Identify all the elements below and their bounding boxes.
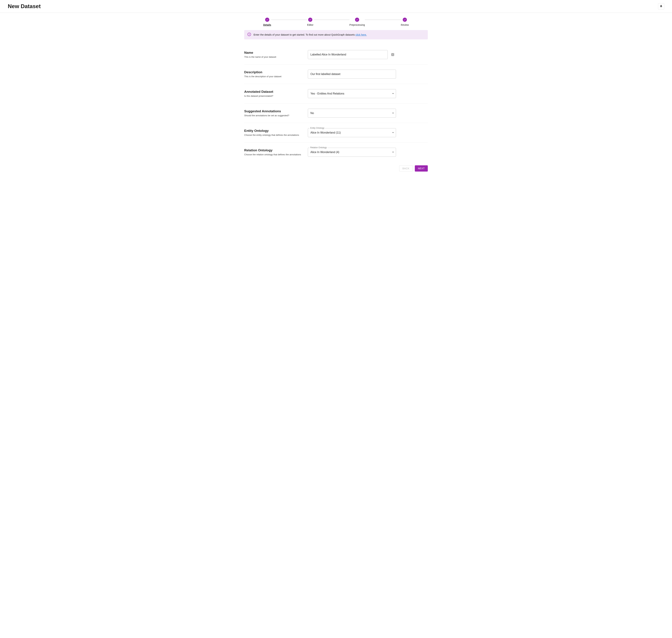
field-title: Name: [244, 51, 308, 55]
bell-icon: [659, 4, 663, 8]
info-text: Enter the details of your dataset to get…: [253, 33, 367, 36]
step-label: Editor: [307, 23, 313, 26]
step-label: Preprocessing: [349, 23, 365, 26]
annotated-select[interactable]: Yes - Entities And Relations: [308, 89, 396, 98]
field-suggested: Suggested Annotations Should the annotat…: [244, 103, 428, 123]
svg-point-4: [392, 54, 392, 54]
randomize-button[interactable]: [391, 53, 395, 56]
field-title: Entity Ontology: [244, 129, 308, 133]
suggested-select[interactable]: No: [308, 109, 396, 118]
field-desc: Should the annotations be set as suggest…: [244, 114, 308, 117]
name-input[interactable]: [308, 50, 388, 59]
step-label: Details: [263, 23, 271, 26]
field-annotated: Annotated Dataset Is this dataset preann…: [244, 84, 428, 103]
field-name: Name This is the name of your dataset: [244, 45, 428, 64]
select-value: Alice In Wonderland (4): [308, 148, 396, 157]
info-icon: [247, 33, 251, 37]
float-label: Entity Ontology: [310, 127, 325, 129]
step-label: Review: [401, 23, 409, 26]
field-description: Description This is the description of y…: [244, 64, 428, 84]
check-icon: [355, 18, 359, 22]
chevron-down-icon: [392, 113, 394, 114]
info-link[interactable]: click here.: [356, 33, 367, 36]
field-desc: Choose the relation ontology that define…: [244, 153, 308, 156]
next-button[interactable]: Next: [415, 165, 428, 171]
field-title: Relation Ontology: [244, 148, 308, 152]
field-relation-ontology: Relation Ontology Choose the relation on…: [244, 142, 428, 162]
chevron-down-icon: [392, 152, 394, 153]
footer-actions: Back Next: [244, 162, 428, 171]
field-desc: This is the name of your dataset: [244, 56, 308, 58]
description-input[interactable]: [308, 70, 396, 79]
entity-ontology-select[interactable]: Entity Ontology Alice In Wonderland (11): [308, 128, 396, 137]
notifications-button[interactable]: [658, 3, 664, 10]
select-value: Yes - Entities And Relations: [308, 89, 396, 98]
step-editor[interactable]: Editor: [307, 18, 313, 26]
dice-icon: [391, 54, 395, 57]
info-text-body: Enter the details of your dataset to get…: [253, 33, 356, 36]
select-value: Alice In Wonderland (11): [308, 128, 396, 137]
field-title: Description: [244, 70, 308, 74]
step-details[interactable]: Details: [263, 18, 271, 26]
check-icon: [265, 18, 269, 22]
svg-point-8: [393, 55, 394, 55]
relation-ontology-select[interactable]: Relation Ontology Alice In Wonderland (4…: [308, 148, 396, 157]
field-title: Annotated Dataset: [244, 90, 308, 94]
check-icon: [403, 18, 407, 22]
page-title: New Dataset: [8, 3, 40, 10]
select-value: No: [308, 109, 396, 118]
step-review[interactable]: Review: [401, 18, 409, 26]
field-entity-ontology: Entity Ontology Choose the entity ontolo…: [244, 123, 428, 142]
svg-point-7: [392, 55, 392, 55]
float-label: Relation Ontology: [310, 146, 327, 149]
svg-point-6: [392, 54, 393, 55]
chevron-down-icon: [392, 132, 394, 133]
back-button[interactable]: Back: [399, 165, 413, 171]
check-icon: [308, 18, 312, 22]
chevron-down-icon: [392, 93, 394, 94]
info-banner: Enter the details of your dataset to get…: [244, 30, 428, 39]
stepper: Details Editor Preprocessing Review: [244, 13, 428, 30]
field-title: Suggested Annotations: [244, 110, 308, 113]
field-desc: Is this dataset preannotated?: [244, 95, 308, 97]
field-desc: Choose the entity ontology that defines …: [244, 134, 308, 136]
svg-point-5: [393, 54, 394, 54]
page-header: New Dataset: [0, 0, 672, 13]
step-preprocessing[interactable]: Preprocessing: [349, 18, 365, 26]
field-desc: This is the description of your dataset: [244, 75, 308, 78]
